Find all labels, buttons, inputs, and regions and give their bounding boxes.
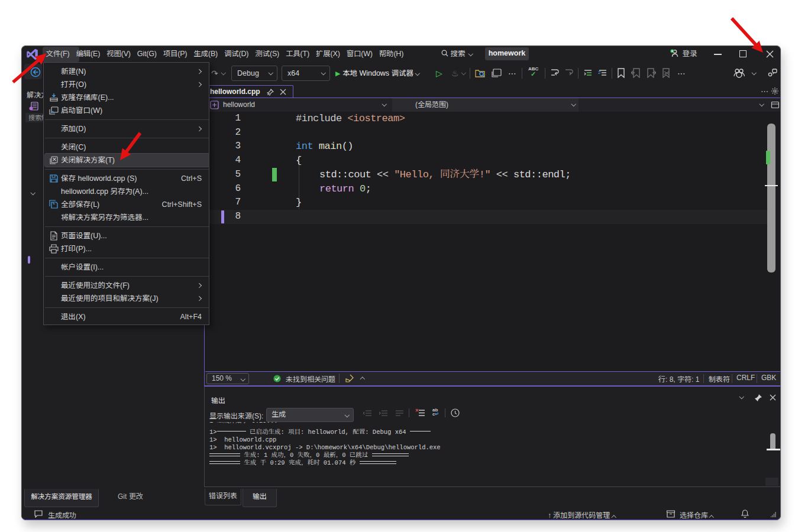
svg-text:2: 2 — [598, 70, 601, 75]
